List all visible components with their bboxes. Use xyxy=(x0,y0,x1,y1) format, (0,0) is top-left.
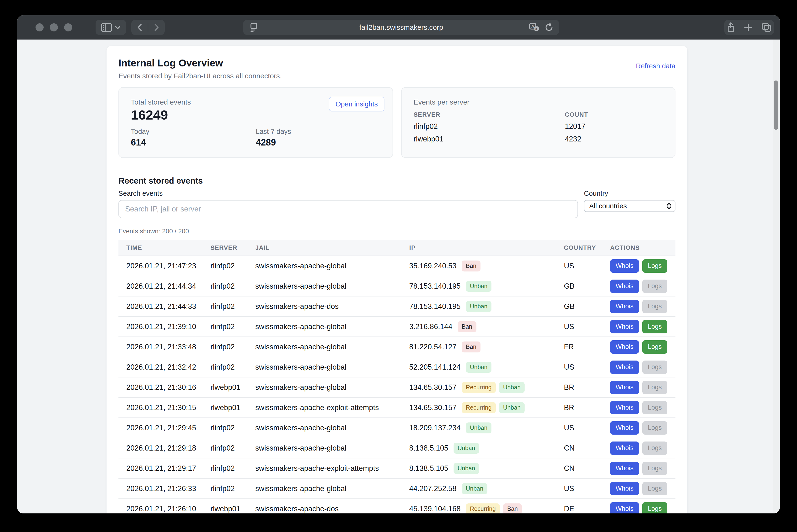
logs-button[interactable]: Logs xyxy=(642,320,667,334)
zoom-window-button[interactable] xyxy=(64,23,72,32)
event-server: rlinfp02 xyxy=(211,337,255,357)
event-country: CN xyxy=(564,438,610,458)
today-label: Today xyxy=(131,128,256,135)
event-server: rlinfp02 xyxy=(211,418,255,438)
whois-button[interactable]: Whois xyxy=(610,441,639,455)
event-time: 2026.01.21, 21:44:34 xyxy=(119,276,211,296)
chevron-left-icon xyxy=(137,23,142,31)
logs-button[interactable]: Logs xyxy=(642,462,667,475)
event-ip: 35.169.240.53 xyxy=(409,262,456,270)
open-insights-button[interactable]: Open insights xyxy=(329,97,384,111)
logs-button[interactable]: Logs xyxy=(642,482,667,495)
event-jail: swissmakers-apache-dos xyxy=(255,296,409,317)
forward-button[interactable] xyxy=(148,20,165,35)
logs-button[interactable]: Logs xyxy=(642,502,667,514)
share-icon[interactable] xyxy=(727,22,735,33)
logs-button[interactable]: Logs xyxy=(642,361,667,374)
whois-button[interactable]: Whois xyxy=(610,361,639,374)
whois-button[interactable]: Whois xyxy=(610,259,639,273)
event-server: rlinfp02 xyxy=(211,438,255,458)
search-input[interactable] xyxy=(119,200,578,218)
whois-button[interactable]: Whois xyxy=(610,320,639,334)
recurring-badge: Recurring xyxy=(461,402,495,413)
event-jail: swissmakers-apache-dos xyxy=(255,499,409,513)
events-shown-count: Events shown: 200 / 200 xyxy=(119,228,675,235)
page-settings-icon[interactable] xyxy=(250,22,258,32)
server-name: rlwebp01 xyxy=(414,135,565,144)
recurring-badge: Recurring xyxy=(466,504,500,514)
page-title: Internal Log Overview xyxy=(119,57,282,69)
reload-icon[interactable] xyxy=(545,23,554,32)
table-row: 2026.01.21, 21:47:23 rlinfp02 swissmaker… xyxy=(119,256,675,276)
event-jail: swissmakers-apache-global xyxy=(255,276,409,296)
minimize-window-button[interactable] xyxy=(50,23,58,32)
whois-button[interactable]: Whois xyxy=(610,502,639,514)
chevron-down-icon xyxy=(115,26,121,29)
chevron-right-icon xyxy=(154,23,159,31)
translate-icon[interactable]: A x xyxy=(529,23,539,32)
whois-button[interactable]: Whois xyxy=(610,401,639,414)
event-jail: swissmakers-apache-global xyxy=(255,377,409,397)
table-row: 2026.01.21, 21:33:48 rlinfp02 swissmaker… xyxy=(119,337,675,357)
address-bar[interactable]: fail2ban.swissmakers.corp A x xyxy=(243,20,559,35)
event-server: rlwebp01 xyxy=(211,377,255,397)
event-jail: swissmakers-apache-exploit-attempts xyxy=(255,397,409,418)
event-badges: Unban xyxy=(466,281,492,292)
event-time: 2026.01.21, 21:47:23 xyxy=(119,256,211,276)
table-row: 2026.01.21, 21:44:34 rlinfp02 swissmaker… xyxy=(119,276,675,296)
event-ip: 81.220.54.127 xyxy=(409,343,456,351)
column-header-country: COUNTRY xyxy=(564,240,610,256)
event-time: 2026.01.21, 21:29:17 xyxy=(119,458,211,478)
events-per-server-card: Events per server SERVER COUNT rlinfp02 … xyxy=(401,87,675,158)
logs-button[interactable]: Logs xyxy=(642,280,667,293)
unban-badge: Unban xyxy=(454,443,479,454)
new-tab-icon[interactable] xyxy=(744,23,753,32)
ban-badge: Ban xyxy=(461,261,480,271)
logs-button[interactable]: Logs xyxy=(642,421,667,435)
whois-button[interactable]: Whois xyxy=(610,482,639,495)
event-badges: RecurringBan xyxy=(466,504,522,514)
event-country: BR xyxy=(564,397,610,418)
back-button[interactable] xyxy=(131,20,148,35)
event-badges: Unban xyxy=(466,362,492,373)
logs-button[interactable]: Logs xyxy=(642,300,667,313)
scrollbar-track[interactable] xyxy=(773,40,779,513)
event-badges: Unban xyxy=(466,422,492,433)
event-jail: swissmakers-apache-global xyxy=(255,438,409,458)
logs-button[interactable]: Logs xyxy=(642,401,667,414)
table-row: 2026.01.21, 21:32:42 rlinfp02 swissmaker… xyxy=(119,357,675,377)
whois-button[interactable]: Whois xyxy=(610,462,639,475)
last7days-value: 4289 xyxy=(256,137,381,148)
event-time: 2026.01.21, 21:44:33 xyxy=(119,296,211,317)
unban-badge: Unban xyxy=(466,281,492,292)
event-country: FR xyxy=(564,337,610,357)
logs-button[interactable]: Logs xyxy=(642,441,667,455)
stats-row: Total stored events 16249 Open insights … xyxy=(119,87,675,158)
tab-overview-icon[interactable] xyxy=(761,23,772,32)
ban-badge: Ban xyxy=(461,341,480,353)
recurring-badge: Recurring xyxy=(461,382,495,393)
server-name: rlinfp02 xyxy=(414,122,565,131)
whois-button[interactable]: Whois xyxy=(610,340,639,354)
whois-button[interactable]: Whois xyxy=(610,381,639,394)
whois-button[interactable]: Whois xyxy=(610,280,639,293)
whois-button[interactable]: Whois xyxy=(610,300,639,313)
table-row: 2026.01.21, 21:29:18 rlinfp02 swissmaker… xyxy=(119,438,675,458)
event-time: 2026.01.21, 21:29:18 xyxy=(119,438,211,458)
country-select[interactable]: All countries xyxy=(584,200,675,212)
close-window-button[interactable] xyxy=(36,23,43,32)
logs-button[interactable]: Logs xyxy=(642,340,667,354)
logs-button[interactable]: Logs xyxy=(642,381,667,394)
event-badges: Unban xyxy=(454,443,479,454)
event-badges: Ban xyxy=(458,321,476,332)
svg-text:x: x xyxy=(535,27,537,31)
event-badges: Ban xyxy=(461,261,480,271)
event-ip: 44.207.252.58 xyxy=(409,484,456,493)
unban-badge: Unban xyxy=(499,382,525,393)
whois-button[interactable]: Whois xyxy=(610,421,639,435)
scrollbar-thumb[interactable] xyxy=(774,80,778,130)
refresh-data-link[interactable]: Refresh data xyxy=(636,62,675,70)
logs-button[interactable]: Logs xyxy=(642,259,667,273)
sidebar-toggle-button[interactable] xyxy=(95,20,126,35)
event-country: US xyxy=(564,418,610,438)
